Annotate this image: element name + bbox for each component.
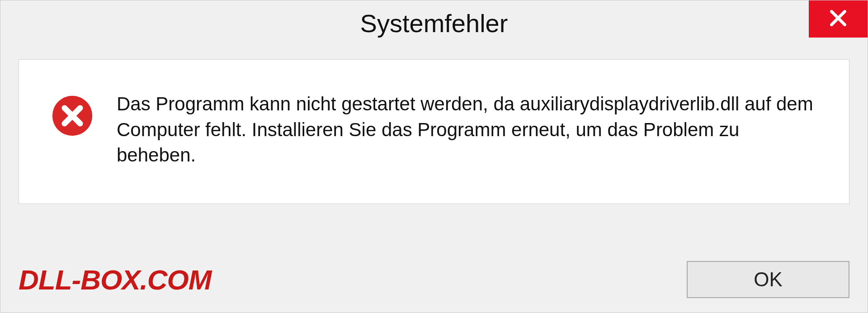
dialog-title: Systemfehler: [360, 9, 508, 38]
close-button[interactable]: [809, 0, 868, 38]
error-message: Das Programm kann nicht gestartet werden…: [117, 91, 822, 168]
error-circle-x-icon: [51, 94, 94, 138]
error-dialog: Systemfehler Das Programm kann nicht ges…: [0, 0, 868, 313]
watermark-text: DLL-BOX.COM: [19, 264, 211, 296]
ok-button[interactable]: OK: [687, 261, 849, 298]
close-icon: [827, 7, 849, 31]
content-area: Das Programm kann nicht gestartet werden…: [19, 59, 849, 204]
dialog-footer: DLL-BOX.COM OK: [0, 253, 868, 313]
title-bar: Systemfehler: [0, 0, 868, 46]
